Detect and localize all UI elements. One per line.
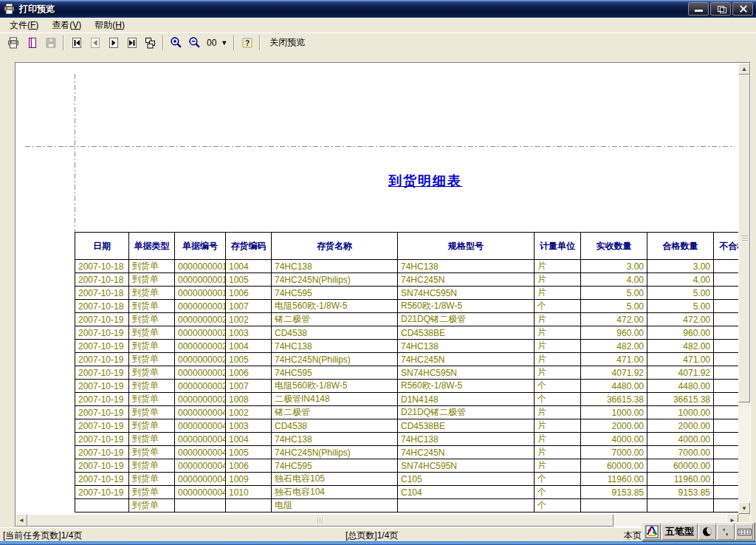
table-cell (714, 406, 739, 419)
column-header: 不合格数量 (714, 233, 739, 260)
table-cell: 74HC245N(Philips) (272, 446, 398, 459)
table-cell: 0000000004 (175, 419, 226, 433)
table-cell: 1003 (226, 326, 272, 340)
scroll-left-button[interactable]: ◄ (16, 514, 27, 527)
table-cell: 74HC138 (398, 340, 535, 353)
table-cell (714, 380, 739, 393)
table-cell: 片 (535, 313, 581, 326)
ime-punctuation-button[interactable]: ’, (717, 524, 735, 540)
svg-text:?: ? (245, 39, 250, 47)
column-header: 日期 (75, 233, 129, 260)
toolbar-separator (233, 35, 235, 50)
table-cell (226, 499, 272, 513)
zoom-in-button[interactable] (167, 35, 185, 51)
printer-icon (4, 3, 16, 15)
table-cell (714, 340, 739, 353)
table-cell: 0000000004 (175, 486, 226, 499)
zoom-out-button[interactable] (185, 35, 204, 51)
table-cell: 到货单 (129, 273, 175, 287)
table-cell: 0000000004 (175, 406, 226, 419)
table-cell: 74HC595 (272, 287, 398, 300)
print-icon (7, 37, 20, 49)
table-cell: 1006 (226, 287, 272, 300)
table-cell: 个 (535, 499, 581, 513)
last-page-icon (126, 37, 138, 49)
input-method-button[interactable] (643, 524, 661, 540)
table-cell: 1004 (226, 340, 272, 353)
table-cell: 0000000002 (175, 380, 226, 393)
table-cell: 锗二极管 (272, 313, 398, 326)
save-button[interactable] (41, 35, 60, 51)
table-cell: 74HC138 (398, 433, 535, 446)
horizontal-scrollbar[interactable]: ◄ ► (16, 514, 738, 527)
column-header: 存货名称 (272, 233, 398, 260)
column-header: 计量单位 (535, 233, 581, 260)
arrival-detail-table: 日期单据类型单据编号存货编码存货名称规格型号计量单位实收数量合格数量不合格数量 … (75, 232, 738, 513)
close-button[interactable] (732, 2, 753, 16)
table-row: 2007-10-19到货单00000000041002锗二极管D21DQ锗二极管… (75, 406, 739, 419)
next-page-button[interactable] (104, 35, 123, 51)
minimize-button[interactable] (688, 2, 709, 16)
table-cell: C105 (398, 473, 535, 486)
vertical-scroll-thumb[interactable] (738, 75, 750, 402)
table-cell: 2007-10-18 (75, 300, 129, 313)
table-cell: 片 (535, 287, 581, 300)
first-page-icon (71, 37, 83, 49)
table-cell: 到货单 (129, 459, 175, 473)
print-button[interactable] (4, 35, 23, 51)
table-cell: 472.00 (581, 313, 647, 326)
table-cell: 到货单 (129, 406, 175, 419)
table-cell: 11960.00 (647, 473, 714, 486)
zoom-ratio-dropdown[interactable]: 00 ▼ (204, 38, 230, 48)
thumb-grip-icon (742, 236, 748, 241)
table-cell: 2007-10-19 (75, 380, 129, 393)
table-cell: SN74HC595N (398, 366, 535, 380)
menu-item-h[interactable]: 帮助(H) (88, 18, 131, 33)
help-button[interactable]: ? (238, 35, 256, 51)
menu-item-v[interactable]: 查看(V) (45, 18, 88, 33)
table-cell: 5.00 (647, 300, 714, 313)
restore-button[interactable] (710, 2, 731, 16)
ime-wubi-button[interactable]: 五笔型 (662, 524, 698, 540)
table-row: 2007-10-19到货单0000000004100474HC13874HC13… (75, 433, 739, 446)
ime-soft-keyboard-button[interactable] (735, 524, 753, 540)
table-cell: 片 (535, 366, 581, 380)
menu-item-f[interactable]: 文件(F) (3, 18, 45, 33)
table-cell: 到货单 (129, 486, 175, 499)
table-cell: 片 (535, 260, 581, 273)
punctuation-icon: ’, (723, 527, 729, 536)
scroll-down-button[interactable]: ▼ (738, 502, 750, 514)
table-cell (581, 499, 647, 513)
table-row: 2007-10-18到货单00000000011007电阻560欧-1/8W-5… (75, 300, 739, 313)
last-page-button[interactable] (123, 35, 141, 51)
ime-fullwidth-button[interactable] (698, 524, 716, 540)
table-cell: 2007-10-19 (75, 366, 129, 380)
zoom-in-icon (170, 36, 182, 49)
table-cell: 74HC138 (398, 260, 535, 273)
page-setup-button[interactable] (23, 35, 41, 51)
table-cell: 0000000004 (175, 473, 226, 486)
table-cell: 1008 (226, 393, 272, 406)
table-cell: 0000000002 (175, 366, 226, 380)
table-cell (175, 499, 226, 513)
table-cell (714, 473, 739, 486)
table-cell (647, 499, 714, 513)
previous-page-button[interactable] (86, 35, 104, 51)
close-preview-button[interactable]: 关闭预览 (264, 35, 311, 50)
preview-area: 到货明细表 日期单据类型单据编号存货编码存货名称规格型号计量单位实收数量合格数量… (15, 62, 751, 527)
multiple-pages-button[interactable] (141, 35, 159, 51)
table-row: 2007-10-18到货单0000000001100674HC595SN74HC… (75, 287, 739, 300)
vertical-scrollbar[interactable]: ▲ ▼ (738, 63, 750, 514)
horizontal-scroll-thumb[interactable] (27, 514, 614, 527)
table-cell: 1010 (226, 486, 272, 499)
table-cell: 到货单 (129, 433, 175, 446)
table-cell: SN74HC595N (398, 287, 535, 300)
column-header: 存货编码 (226, 233, 272, 260)
table-cell (714, 366, 739, 380)
first-page-button[interactable] (67, 35, 86, 51)
table-cell: 1000.00 (647, 406, 714, 419)
table-cell: 1006 (226, 459, 272, 473)
scroll-up-button[interactable]: ▲ (738, 63, 750, 75)
help-icon: ? (241, 37, 253, 49)
table-cell (714, 393, 739, 406)
